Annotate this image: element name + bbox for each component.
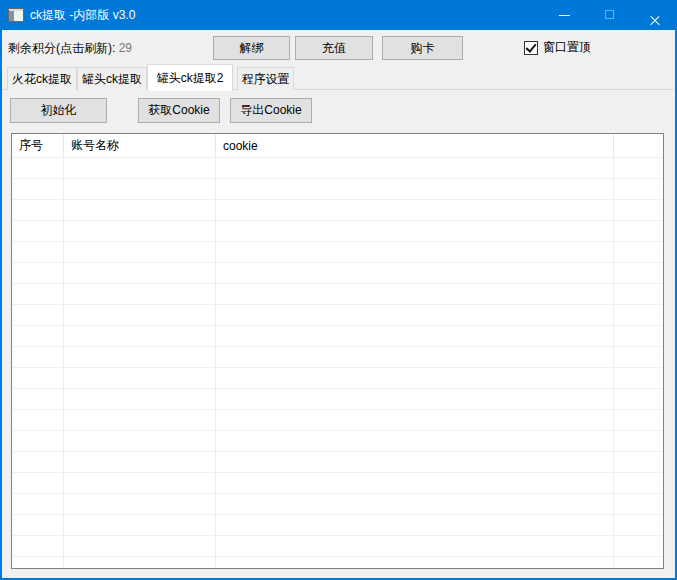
table-cell bbox=[64, 494, 216, 514]
table-row bbox=[12, 305, 663, 326]
table-cell bbox=[64, 305, 216, 325]
table-row bbox=[12, 389, 663, 410]
table-cell bbox=[216, 179, 614, 199]
initialize-button[interactable]: 初始化 bbox=[10, 98, 107, 123]
table-cell bbox=[12, 221, 64, 241]
table-cell bbox=[216, 536, 614, 556]
table-cell bbox=[216, 557, 614, 569]
table-row bbox=[12, 284, 663, 305]
table-cell bbox=[216, 263, 614, 283]
column-header-blank bbox=[614, 134, 663, 157]
table-cell bbox=[216, 452, 614, 472]
table-row bbox=[12, 494, 663, 515]
table-cell bbox=[12, 305, 64, 325]
window-content: 剩余积分(点击刷新): 29 解绑 充值 购卡 窗口置顶 火花ck提取 罐头ck… bbox=[2, 30, 675, 578]
table-cell bbox=[614, 536, 663, 556]
table-row bbox=[12, 536, 663, 557]
table-cell bbox=[216, 410, 614, 430]
table-row bbox=[12, 473, 663, 494]
table-cell bbox=[614, 284, 663, 304]
table-cell bbox=[614, 389, 663, 409]
table-cell bbox=[614, 557, 663, 569]
table-cell bbox=[216, 221, 614, 241]
table-cell bbox=[614, 410, 663, 430]
minimize-icon bbox=[559, 15, 570, 16]
title-bar: ck提取 -内部版 v3.0 bbox=[0, 0, 677, 30]
column-header-index[interactable]: 序号 bbox=[12, 134, 64, 157]
table-row bbox=[12, 410, 663, 431]
table-row bbox=[12, 557, 663, 569]
table-cell bbox=[614, 515, 663, 535]
table-cell bbox=[12, 494, 64, 514]
table-cell bbox=[64, 242, 216, 262]
table-cell bbox=[614, 326, 663, 346]
account-cookie-listview[interactable]: 序号 账号名称 cookie bbox=[11, 133, 664, 569]
table-cell bbox=[64, 221, 216, 241]
table-cell bbox=[12, 326, 64, 346]
recharge-button[interactable]: 充值 bbox=[295, 36, 373, 60]
table-cell bbox=[64, 557, 216, 569]
close-button[interactable] bbox=[632, 0, 677, 30]
table-cell bbox=[614, 221, 663, 241]
table-cell bbox=[12, 389, 64, 409]
table-row bbox=[12, 326, 663, 347]
table-cell bbox=[12, 179, 64, 199]
table-cell bbox=[64, 284, 216, 304]
table-cell bbox=[614, 200, 663, 220]
table-cell bbox=[64, 347, 216, 367]
table-cell bbox=[614, 305, 663, 325]
tab-guantou-ck2-active[interactable]: 罐头ck提取2 bbox=[147, 64, 233, 91]
table-cell bbox=[216, 368, 614, 388]
table-row bbox=[12, 158, 663, 179]
table-cell bbox=[216, 473, 614, 493]
table-cell bbox=[64, 536, 216, 556]
buy-card-button[interactable]: 购卡 bbox=[382, 36, 463, 60]
export-cookie-button[interactable]: 导出Cookie bbox=[230, 98, 312, 123]
column-header-cookie[interactable]: cookie bbox=[216, 134, 614, 157]
table-cell bbox=[216, 242, 614, 262]
table-cell bbox=[64, 326, 216, 346]
table-cell bbox=[216, 389, 614, 409]
remaining-points-label[interactable]: 剩余积分(点击刷新): 29 bbox=[8, 40, 132, 57]
table-cell bbox=[12, 452, 64, 472]
table-cell bbox=[64, 389, 216, 409]
table-cell bbox=[216, 158, 614, 178]
table-cell bbox=[12, 368, 64, 388]
tab-huohua-ck[interactable]: 火花ck提取 bbox=[7, 67, 77, 90]
table-row bbox=[12, 221, 663, 242]
table-row bbox=[12, 200, 663, 221]
table-cell bbox=[614, 494, 663, 514]
table-cell bbox=[64, 263, 216, 283]
table-cell bbox=[12, 200, 64, 220]
table-row bbox=[12, 242, 663, 263]
table-row bbox=[12, 347, 663, 368]
table-cell bbox=[614, 452, 663, 472]
close-icon bbox=[649, 15, 661, 27]
tab-settings[interactable]: 程序设置 bbox=[237, 67, 294, 90]
column-header-account-name[interactable]: 账号名称 bbox=[64, 134, 216, 157]
table-cell bbox=[64, 410, 216, 430]
tab-guantou-ck[interactable]: 罐头ck提取 bbox=[77, 67, 147, 90]
table-cell bbox=[64, 473, 216, 493]
maximize-button bbox=[587, 0, 632, 30]
window-topmost-checkbox[interactable]: 窗口置顶 bbox=[524, 39, 591, 56]
listview-header: 序号 账号名称 cookie bbox=[12, 134, 663, 158]
minimize-button[interactable] bbox=[542, 0, 587, 30]
table-cell bbox=[614, 368, 663, 388]
table-cell bbox=[614, 179, 663, 199]
table-cell bbox=[64, 200, 216, 220]
get-cookie-button[interactable]: 获取Cookie bbox=[138, 98, 220, 123]
table-cell bbox=[64, 179, 216, 199]
table-cell bbox=[216, 515, 614, 535]
app-icon bbox=[8, 8, 24, 22]
table-cell bbox=[12, 473, 64, 493]
table-cell bbox=[12, 410, 64, 430]
table-cell bbox=[614, 473, 663, 493]
unbind-button[interactable]: 解绑 bbox=[213, 36, 290, 60]
table-cell bbox=[64, 515, 216, 535]
table-cell bbox=[64, 368, 216, 388]
points-text: 剩余积分(点击刷新): bbox=[8, 41, 115, 55]
table-cell bbox=[216, 284, 614, 304]
table-row bbox=[12, 368, 663, 389]
window-title: ck提取 -内部版 v3.0 bbox=[30, 0, 135, 30]
